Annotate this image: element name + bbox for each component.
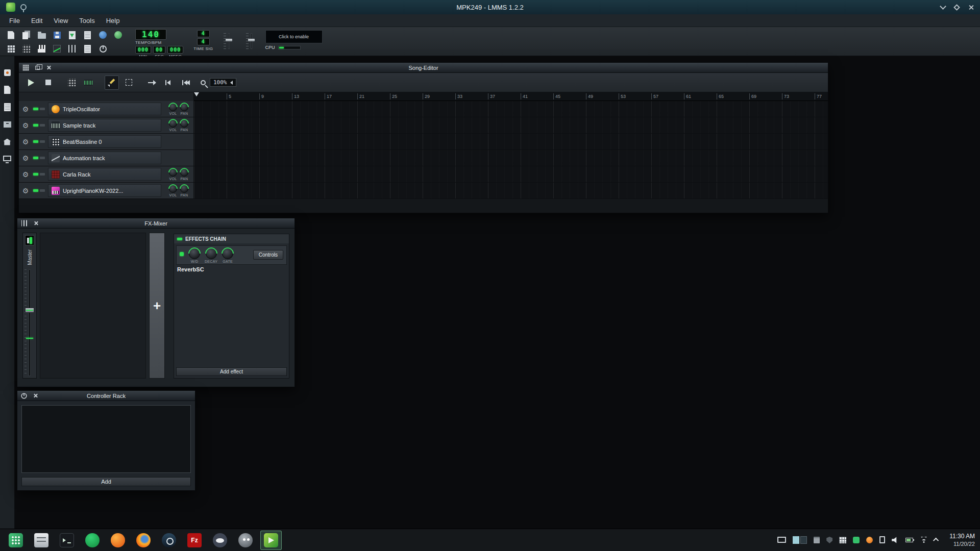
track-actions-gear-icon[interactable]: ⚙: [19, 155, 32, 162]
master-fader-handle[interactable]: [25, 308, 34, 313]
track-mute-led[interactable]: [33, 140, 38, 143]
bb-editor-toggle[interactable]: [19, 43, 33, 55]
file-manager-button[interactable]: [31, 531, 52, 550]
track-grid-cell[interactable]: [194, 166, 828, 182]
master-channel-strip[interactable]: Master: [22, 233, 37, 379]
master-pitch-slider[interactable]: [246, 32, 255, 52]
export-project-button[interactable]: [65, 29, 79, 41]
menu-file[interactable]: File: [4, 15, 25, 26]
song-editor-titlebar[interactable]: Song-Editor: [19, 63, 828, 73]
track-solo-led[interactable]: [40, 157, 45, 159]
menu-edit[interactable]: Edit: [26, 15, 47, 26]
track-solo-led[interactable]: [40, 173, 45, 176]
sidebar-samples-button[interactable]: [1, 84, 14, 96]
new-project-button[interactable]: [4, 29, 18, 41]
track-name[interactable]: Sample track: [48, 119, 161, 132]
new-fx-channel-button[interactable]: +: [149, 233, 165, 379]
messaging-status-icon[interactable]: [853, 537, 860, 543]
workspace-pager[interactable]: [793, 536, 807, 544]
sidebar-home-button[interactable]: [1, 136, 14, 148]
playhead-marker[interactable]: [194, 92, 199, 96]
back-to-start-button[interactable]: [179, 76, 193, 90]
add-effect-button[interactable]: Add effect: [176, 367, 287, 376]
firefox-button[interactable]: [133, 531, 154, 550]
lmms-taskbar-button[interactable]: [260, 531, 282, 550]
close-icon[interactable]: [968, 5, 974, 10]
user-status-icon[interactable]: [866, 537, 873, 543]
menu-tools[interactable]: Tools: [74, 15, 100, 26]
effects-chain-enabled-led[interactable]: [177, 238, 182, 240]
song-editor-maximize-button[interactable]: [34, 64, 41, 71]
fx-mixer-toggle[interactable]: [65, 43, 79, 55]
help-button[interactable]: [111, 29, 125, 41]
effects-chain-header[interactable]: EFFECTS CHAIN: [174, 234, 289, 243]
zoom-dropdown-icon[interactable]: [230, 81, 233, 85]
track-pan-knob[interactable]: [180, 103, 188, 111]
sidebar-computer-button[interactable]: [1, 153, 14, 165]
track-header[interactable]: ⚙ UprightPianoKW-2022... VOL PAN: [19, 183, 194, 198]
track-solo-led[interactable]: [40, 189, 45, 192]
effect-controls-button[interactable]: Controls: [253, 250, 283, 260]
new-from-template-button[interactable]: [19, 29, 33, 41]
track-header[interactable]: ⚙ Carla Rack VOL PAN: [19, 166, 194, 182]
track-header[interactable]: ⚙ Automation track: [19, 150, 194, 166]
track-volume-knob[interactable]: [169, 103, 177, 111]
track-solo-led[interactable]: [40, 108, 45, 110]
piano-roll-toggle[interactable]: [35, 43, 48, 55]
track-pan-knob[interactable]: [180, 168, 188, 177]
display-settings-icon[interactable]: [777, 537, 786, 543]
track-name[interactable]: UprightPianoKW-2022...: [48, 184, 161, 197]
filezilla-button[interactable]: Fz: [184, 531, 205, 550]
sidebar-files-button[interactable]: [1, 118, 14, 131]
timesig-numerator-display[interactable]: 4: [197, 30, 210, 37]
keyboard-layout-icon[interactable]: [839, 537, 846, 543]
expand-tray-icon[interactable]: [935, 538, 939, 542]
add-controller-button[interactable]: Add: [21, 477, 191, 486]
back-to-zero-button[interactable]: [162, 76, 176, 90]
pin-icon[interactable]: [20, 4, 27, 10]
minimize-icon[interactable]: [940, 3, 946, 10]
open-project-button[interactable]: [35, 29, 48, 41]
sidebar-presets-button[interactable]: [1, 101, 14, 113]
steam-button[interactable]: [158, 531, 180, 550]
track-header[interactable]: ⚙ Beat/Bassline 0: [19, 134, 194, 149]
sidebar-instruments-button[interactable]: [1, 66, 14, 79]
track-volume-knob[interactable]: [169, 119, 177, 128]
track-volume-knob[interactable]: [169, 168, 177, 177]
add-sample-track-button[interactable]: [81, 76, 95, 90]
tempo-display[interactable]: 140: [135, 29, 166, 40]
track-volume-knob[interactable]: [169, 185, 177, 193]
track-actions-gear-icon[interactable]: ⚙: [19, 122, 32, 129]
timeline-ruler[interactable]: 5 9 13 17 21 25 29 33 37 41 45 49 53 57: [194, 92, 828, 101]
track-actions-gear-icon[interactable]: ⚙: [19, 187, 32, 194]
track-header[interactable]: ⚙ TripleOscillator VOL PAN: [19, 101, 194, 117]
trash-icon[interactable]: [814, 537, 820, 543]
track-mute-led[interactable]: [33, 108, 38, 110]
track-mute-led[interactable]: [33, 157, 38, 159]
project-notes-button[interactable]: [81, 29, 94, 41]
stop-button[interactable]: [41, 76, 55, 90]
network-icon[interactable]: [920, 537, 928, 543]
menu-help[interactable]: Help: [101, 15, 125, 26]
track-grid-cell[interactable]: [194, 134, 828, 149]
track-name[interactable]: TripleOscillator: [48, 103, 161, 115]
gimp-button[interactable]: [235, 531, 256, 550]
clipboard-manager-icon[interactable]: [879, 536, 885, 543]
track-grid-cell[interactable]: [194, 101, 828, 117]
play-button[interactable]: [24, 76, 38, 90]
clock[interactable]: 11:30 AM 11/20/22: [949, 533, 975, 548]
applications-menu-button[interactable]: [5, 531, 27, 550]
project-notes-toggle[interactable]: [81, 43, 94, 55]
track-grid-cell[interactable]: [194, 150, 828, 166]
security-indicator-icon[interactable]: [826, 537, 832, 543]
track-actions-gear-icon[interactable]: ⚙: [19, 171, 32, 178]
maximize-icon[interactable]: [953, 4, 960, 11]
track-solo-led[interactable]: [40, 140, 45, 143]
track-name[interactable]: Automation track: [48, 152, 161, 164]
window-titlebar[interactable]: MPK249 - LMMS 1.2.2: [0, 0, 980, 14]
controller-rack-toggle[interactable]: [96, 43, 110, 55]
spotify-button[interactable]: [82, 531, 103, 550]
track-name[interactable]: Beat/Bassline 0: [48, 135, 161, 148]
track-pan-knob[interactable]: [180, 119, 188, 128]
effect-enabled-led[interactable]: [180, 252, 184, 256]
